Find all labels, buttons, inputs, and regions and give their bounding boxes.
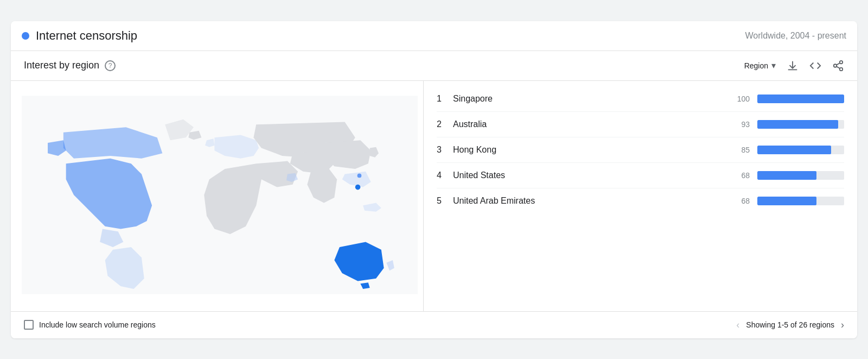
pagination-text: Showing 1-5 of 26 regions — [746, 320, 834, 329]
rank-number: 1 — [437, 94, 453, 104]
map-area — [11, 81, 423, 311]
svg-point-1 — [834, 64, 837, 67]
rank-bar-container — [757, 146, 844, 154]
rank-score: 68 — [728, 197, 750, 205]
region-dropdown[interactable]: Region ▾ — [744, 60, 776, 71]
rank-row-2: 2 Australia 93 — [437, 112, 844, 137]
download-button[interactable] — [787, 60, 799, 72]
rank-bar-container — [757, 171, 844, 180]
rank-number: 4 — [437, 171, 453, 180]
rank-bar — [757, 146, 831, 154]
section-header-right: Region ▾ — [744, 60, 844, 72]
header-left: Internet censorship — [22, 29, 137, 43]
svg-line-3 — [837, 66, 840, 68]
rank-score: 93 — [728, 120, 750, 129]
embed-button[interactable] — [809, 60, 821, 72]
rank-row-1: 1 Singapore 100 — [437, 86, 844, 112]
rank-bar-container — [757, 197, 844, 205]
rank-country-name: Singapore — [453, 94, 728, 104]
section-header-left: Interest by region ? — [24, 60, 116, 71]
rank-bar-container — [757, 95, 844, 103]
checkbox-area: Include low search volume regions — [24, 320, 156, 330]
rank-bar-container — [757, 120, 844, 129]
rankings-area: 1 Singapore 100 2 Australia 93 3 Hong Ko… — [423, 81, 857, 311]
world-map — [22, 92, 418, 298]
main-content: 1 Singapore 100 2 Australia 93 3 Hong Ko… — [11, 81, 857, 311]
prev-page-button[interactable]: ‹ — [736, 319, 739, 331]
topic-dot — [22, 32, 29, 40]
svg-point-7 — [358, 173, 362, 178]
next-page-button[interactable]: › — [841, 319, 844, 331]
rank-number: 2 — [437, 119, 453, 129]
rank-row-5: 5 United Arab Emirates 68 — [437, 188, 844, 213]
rank-bar — [757, 171, 816, 180]
header-meta: Worldwide, 2004 - present — [745, 31, 846, 41]
header: Internet censorship Worldwide, 2004 - pr… — [11, 21, 857, 51]
rank-score: 100 — [728, 95, 750, 103]
topic-title: Internet censorship — [36, 29, 137, 43]
pagination: ‹ Showing 1-5 of 26 regions › — [736, 319, 844, 331]
rank-country-name: Hong Kong — [453, 145, 728, 155]
rank-score: 85 — [728, 146, 750, 154]
rank-country-name: United Arab Emirates — [453, 196, 728, 206]
rank-bar — [757, 95, 844, 103]
low-volume-checkbox[interactable] — [24, 320, 34, 330]
checkbox-label: Include low search volume regions — [39, 320, 156, 329]
rank-country-name: United States — [453, 171, 728, 180]
help-icon[interactable]: ? — [105, 60, 116, 71]
svg-point-6 — [355, 184, 361, 190]
section-title: Interest by region — [24, 60, 99, 71]
rank-score: 68 — [728, 171, 750, 180]
section-header: Interest by region ? Region ▾ — [11, 51, 857, 81]
dropdown-arrow-icon: ▾ — [771, 60, 776, 71]
rank-country-name: Australia — [453, 119, 728, 129]
share-button[interactable] — [832, 60, 844, 72]
rank-number: 5 — [437, 196, 453, 206]
footer: Include low search volume regions ‹ Show… — [11, 311, 857, 338]
svg-point-0 — [840, 60, 843, 64]
rank-row-3: 3 Hong Kong 85 — [437, 137, 844, 163]
svg-point-2 — [840, 67, 843, 71]
rank-number: 3 — [437, 145, 453, 155]
rank-bar — [757, 120, 838, 129]
rank-bar — [757, 197, 816, 205]
rank-row-4: 4 United States 68 — [437, 163, 844, 188]
region-label: Region — [744, 61, 768, 70]
svg-line-4 — [837, 62, 840, 65]
main-card: Internet censorship Worldwide, 2004 - pr… — [11, 21, 857, 338]
